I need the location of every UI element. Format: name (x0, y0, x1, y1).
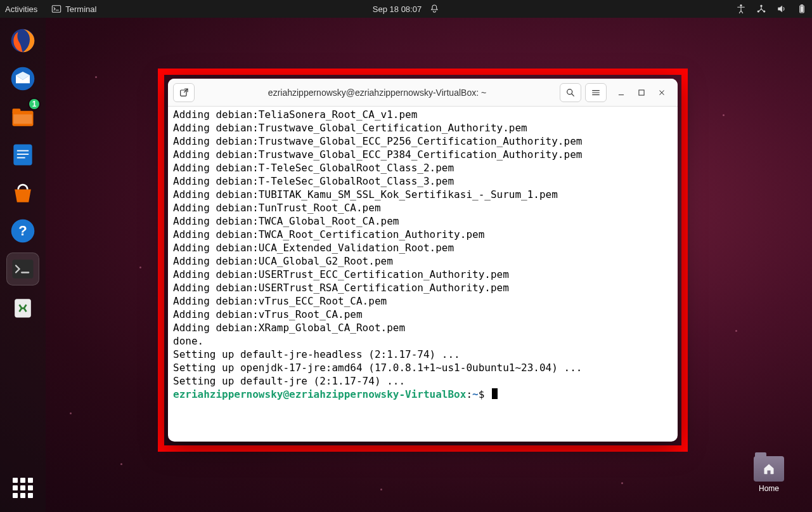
terminal-output-line: Setting up openjdk-17-jre:amd64 (17.0.8.… (173, 361, 673, 374)
svg-rect-12 (13, 114, 32, 124)
svg-point-2 (761, 5, 763, 7)
minimize-button[interactable] (617, 88, 626, 97)
battery-icon[interactable] (797, 4, 807, 14)
terminal-window: ezriahzippernowsky@ezriahzippernowsky-Vi… (168, 79, 678, 442)
terminal-output-line: Adding debian:Trustwave_Global_ECC_P384_… (173, 148, 673, 161)
accessibility-icon[interactable] (736, 4, 746, 14)
terminal-output-line: Adding debian:TeliaSonera_Root_CA_v1.pem (173, 108, 673, 121)
folder-icon (754, 456, 784, 482)
terminal-cursor (492, 388, 498, 399)
search-button[interactable] (560, 83, 581, 102)
clock[interactable]: Sep 18 08:07 (373, 4, 422, 14)
dock-files-badge: 1 (28, 98, 41, 110)
dock-software[interactable] (6, 176, 39, 209)
new-tab-icon (179, 88, 189, 98)
apps-grid-icon (13, 478, 33, 498)
gnome-top-panel: Activities Terminal Sep 18 08:07 (0, 0, 812, 18)
dock-libreoffice-writer[interactable] (6, 138, 39, 171)
terminal-output-line: Setting up default-jre (2:1.17-74) ... (173, 374, 673, 388)
dock-thunderbird[interactable] (6, 62, 39, 95)
svg-point-22 (567, 89, 572, 94)
svg-point-4 (763, 11, 765, 13)
window-title: ezriahzippernowsky@ezriahzippernowsky-Vi… (198, 88, 556, 98)
active-app-indicator[interactable]: Terminal (51, 4, 96, 14)
dock-trash[interactable] (6, 291, 39, 324)
notification-bell-icon[interactable] (429, 4, 439, 14)
terminal-output-line: Adding debian:TunTrust_Root_CA.pem (173, 201, 673, 214)
terminal-output-line: Adding debian:USERTrust_ECC_Certificatio… (173, 268, 673, 281)
terminal-output-line: Adding debian:vTrus_Root_CA.pem (173, 308, 673, 321)
svg-rect-6 (801, 4, 803, 5)
volume-icon[interactable] (777, 4, 787, 14)
terminal-output-line: Adding debian:Trustwave_Global_Certifica… (173, 121, 673, 135)
desktop-home-label: Home (749, 484, 789, 493)
dock-files[interactable]: 1 (6, 100, 39, 133)
maximize-button[interactable] (637, 88, 646, 97)
dock-terminal[interactable] (6, 253, 39, 286)
svg-rect-0 (53, 6, 61, 13)
svg-rect-16 (17, 157, 25, 159)
svg-rect-19 (13, 259, 34, 278)
close-button[interactable] (657, 88, 666, 97)
svg-point-3 (757, 11, 759, 13)
svg-rect-7 (801, 6, 803, 12)
terminal-output-line: Adding debian:TWCA_Root_Certification_Au… (173, 228, 673, 241)
svg-rect-15 (17, 154, 29, 155)
svg-text:?: ? (18, 223, 27, 239)
terminal-output-area[interactable]: Adding debian:TeliaSonera_Root_CA_v1.pem… (168, 107, 678, 442)
terminal-output-line: Adding debian:T-TeleSec_GlobalRoot_Class… (173, 161, 673, 174)
activities-button[interactable]: Activities (5, 4, 37, 14)
network-icon[interactable] (756, 4, 766, 14)
terminal-output-line: Adding debian:UCA_Global_G2_Root.pem (173, 254, 673, 268)
terminal-output-line: Adding debian:T-TeleSec_GlobalRoot_Class… (173, 174, 673, 188)
new-tab-button[interactable] (173, 83, 195, 102)
terminal-app-icon (51, 4, 61, 14)
terminal-output-line: Adding debian:vTrus_ECC_Root_CA.pem (173, 294, 673, 308)
search-icon (565, 88, 576, 98)
terminal-prompt[interactable]: ezriahzippernowsky@ezriahzippernowsky-Vi… (173, 388, 673, 401)
svg-rect-11 (13, 108, 21, 113)
home-icon (763, 463, 775, 475)
desktop-home-folder[interactable]: Home (749, 456, 789, 493)
svg-point-1 (740, 4, 742, 6)
svg-rect-23 (639, 89, 644, 95)
terminal-output-line: Adding debian:TUBITAK_Kamu_SM_SSL_Kok_Se… (173, 188, 673, 201)
dock-firefox[interactable] (6, 24, 39, 57)
terminal-output-line: done. (173, 334, 673, 348)
terminal-output-line: Adding debian:TWCA_Global_Root_CA.pem (173, 214, 673, 228)
terminal-output-line: Adding debian:UCA_Extended_Validation_Ro… (173, 241, 673, 254)
hamburger-menu-button[interactable] (585, 83, 607, 102)
dock-help[interactable]: ? (6, 214, 39, 247)
terminal-output-line: Adding debian:USERTrust_RSA_Certificatio… (173, 281, 673, 294)
show-applications-button[interactable] (6, 471, 39, 504)
terminal-output-line: Setting up default-jre-headless (2:1.17-… (173, 348, 673, 361)
terminal-output-line: Adding debian:Trustwave_Global_ECC_P256_… (173, 135, 673, 148)
svg-rect-14 (17, 150, 29, 152)
ubuntu-dock: 1 ? (0, 18, 46, 512)
hamburger-icon (591, 88, 601, 98)
terminal-titlebar: ezriahzippernowsky@ezriahzippernowsky-Vi… (168, 79, 678, 107)
active-app-label: Terminal (65, 4, 96, 14)
terminal-output-line: Adding debian:XRamp_Global_CA_Root.pem (173, 321, 673, 334)
